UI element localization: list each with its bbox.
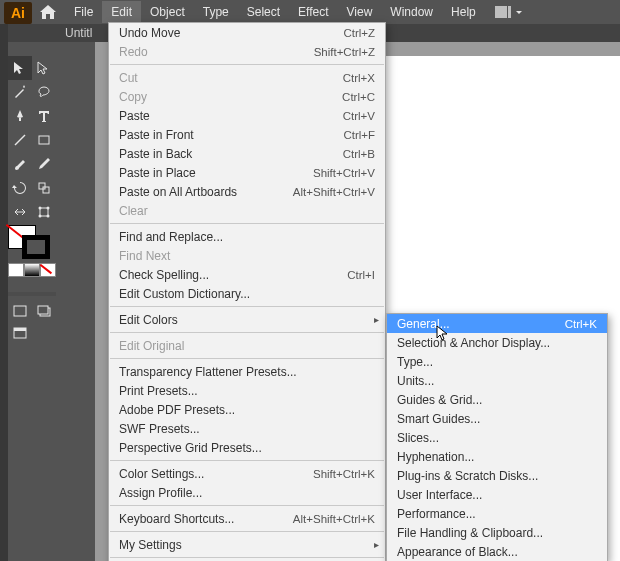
magic-wand-tool[interactable] (8, 80, 32, 104)
menu-item-edit-colors[interactable]: Edit Colors▸ (109, 310, 385, 329)
menu-item-paste-in-place[interactable]: Paste in PlaceShift+Ctrl+V (109, 163, 385, 182)
menu-separator (110, 505, 384, 506)
stroke-swatch[interactable] (22, 235, 50, 259)
menu-separator (110, 460, 384, 461)
pref-item-slices[interactable]: Slices... (387, 428, 607, 447)
menu-item-cut: CutCtrl+X (109, 68, 385, 87)
edit-menu-dropdown: Undo MoveCtrl+ZRedoShift+Ctrl+ZCutCtrl+X… (108, 22, 386, 561)
document-tab[interactable]: Untitl (65, 26, 92, 40)
free-transform-tool[interactable] (32, 200, 56, 224)
screen-mode-icon[interactable] (8, 322, 32, 344)
menu-separator (110, 64, 384, 65)
svg-rect-10 (14, 306, 26, 316)
submenu-arrow-icon: ▸ (374, 314, 379, 325)
svg-rect-1 (508, 6, 511, 18)
svg-rect-5 (40, 208, 48, 216)
paintbrush-tool[interactable] (8, 152, 32, 176)
menu-separator (110, 306, 384, 307)
pref-item-user-interface[interactable]: User Interface... (387, 485, 607, 504)
submenu-arrow-icon: ▸ (374, 539, 379, 550)
pref-item-plug-ins-scratch-disks[interactable]: Plug-ins & Scratch Disks... (387, 466, 607, 485)
menu-item-find-and-replace[interactable]: Find and Replace... (109, 227, 385, 246)
width-tool[interactable] (8, 200, 32, 224)
menu-item-color-settings[interactable]: Color Settings...Shift+Ctrl+K (109, 464, 385, 483)
rectangle-tool[interactable] (32, 128, 56, 152)
menu-view[interactable]: View (338, 1, 382, 23)
color-mode-icon[interactable] (8, 263, 24, 277)
pref-item-file-handling-clipboard[interactable]: File Handling & Clipboard... (387, 523, 607, 542)
pref-item-type[interactable]: Type... (387, 352, 607, 371)
lasso-tool[interactable] (32, 80, 56, 104)
type-tool[interactable] (32, 104, 56, 128)
menu-effect[interactable]: Effect (289, 1, 337, 23)
menu-item-check-spelling[interactable]: Check Spelling...Ctrl+I (109, 265, 385, 284)
menu-item-undo-move[interactable]: Undo MoveCtrl+Z (109, 23, 385, 42)
menu-item-keyboard-shortcuts[interactable]: Keyboard Shortcuts...Alt+Shift+Ctrl+K (109, 509, 385, 528)
menu-item-print-presets[interactable]: Print Presets... (109, 381, 385, 400)
menu-item-copy: CopyCtrl+C (109, 87, 385, 106)
svg-rect-3 (39, 183, 45, 189)
menu-item-find-next: Find Next (109, 246, 385, 265)
menu-item-swf-presets[interactable]: SWF Presets... (109, 419, 385, 438)
menu-item-my-settings[interactable]: My Settings▸ (109, 535, 385, 554)
menu-item-paste-in-back[interactable]: Paste in BackCtrl+B (109, 144, 385, 163)
menu-item-edit-custom-dictionary[interactable]: Edit Custom Dictionary... (109, 284, 385, 303)
none-mode-icon[interactable] (40, 263, 56, 277)
draw-normal-icon[interactable] (8, 300, 32, 322)
draw-modes (8, 300, 56, 344)
scale-tool[interactable] (32, 176, 56, 200)
pref-item-selection-anchor-display[interactable]: Selection & Anchor Display... (387, 333, 607, 352)
menu-separator (110, 358, 384, 359)
direct-selection-tool[interactable] (32, 56, 56, 80)
app-icon: Ai (4, 2, 32, 24)
menu-item-redo: RedoShift+Ctrl+Z (109, 42, 385, 61)
menu-item-perspective-grid-presets[interactable]: Perspective Grid Presets... (109, 438, 385, 457)
svg-point-9 (47, 215, 50, 218)
home-icon[interactable] (38, 3, 58, 21)
svg-point-7 (47, 207, 50, 210)
svg-rect-0 (495, 6, 507, 18)
svg-point-6 (39, 207, 42, 210)
menu-file[interactable]: File (65, 1, 102, 23)
pref-item-hyphenation[interactable]: Hyphenation... (387, 447, 607, 466)
pen-tool[interactable] (8, 104, 32, 128)
svg-rect-2 (39, 136, 49, 144)
menu-window[interactable]: Window (381, 1, 442, 23)
pref-item-smart-guides[interactable]: Smart Guides... (387, 409, 607, 428)
menu-separator (110, 332, 384, 333)
menu-separator (110, 531, 384, 532)
menu-type[interactable]: Type (194, 1, 238, 23)
selection-tool[interactable] (8, 56, 32, 80)
pref-item-units[interactable]: Units... (387, 371, 607, 390)
menu-help[interactable]: Help (442, 1, 485, 23)
menu-select[interactable]: Select (238, 1, 289, 23)
menu-edit[interactable]: Edit (102, 1, 141, 23)
menu-item-paste-in-front[interactable]: Paste in FrontCtrl+F (109, 125, 385, 144)
toolbox (8, 56, 56, 224)
swatches-panel (8, 225, 56, 277)
rotate-tool[interactable] (8, 176, 32, 200)
menu-separator (110, 557, 384, 558)
menu-object[interactable]: Object (141, 1, 194, 23)
menu-item-paste[interactable]: PasteCtrl+V (109, 106, 385, 125)
draw-behind-icon[interactable] (32, 300, 56, 322)
menu-item-transparency-flattener-presets[interactable]: Transparency Flattener Presets... (109, 362, 385, 381)
menu-item-adobe-pdf-presets[interactable]: Adobe PDF Presets... (109, 400, 385, 419)
workspace-layout-icon[interactable] (495, 6, 523, 18)
pencil-tool[interactable] (32, 152, 56, 176)
pref-item-general[interactable]: General...Ctrl+K (387, 314, 607, 333)
pref-item-guides-grid[interactable]: Guides & Grid... (387, 390, 607, 409)
menu-item-edit-original: Edit Original (109, 336, 385, 355)
menu-item-assign-profile[interactable]: Assign Profile... (109, 483, 385, 502)
menu-item-clear: Clear (109, 201, 385, 220)
preferences-submenu: General...Ctrl+KSelection & Anchor Displ… (386, 313, 608, 561)
line-segment-tool[interactable] (8, 128, 32, 152)
menubar: FileEditObjectTypeSelectEffectViewWindow… (0, 0, 620, 24)
pref-item-performance[interactable]: Performance... (387, 504, 607, 523)
svg-rect-4 (43, 187, 49, 193)
menu-separator (110, 223, 384, 224)
svg-rect-14 (14, 328, 26, 331)
svg-rect-12 (38, 306, 48, 314)
pref-item-appearance-of-black[interactable]: Appearance of Black... (387, 542, 607, 561)
menu-item-paste-on-all-artboards[interactable]: Paste on All ArtboardsAlt+Shift+Ctrl+V (109, 182, 385, 201)
